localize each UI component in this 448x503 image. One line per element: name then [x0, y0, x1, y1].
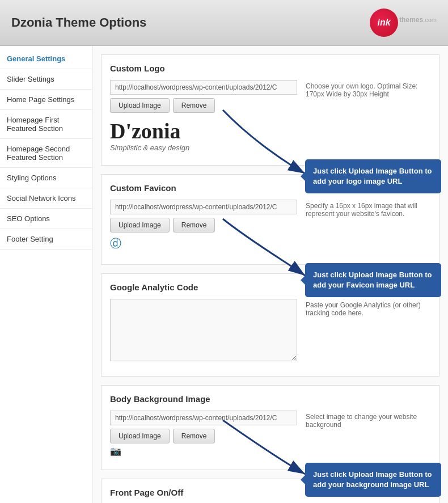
sidebar-item-homepage-first-featured[interactable]: Homepage First Featured Section [0, 110, 92, 139]
logo-main: themes [399, 16, 423, 24]
logo-text: themes.com [399, 15, 437, 31]
logo-callout: Just click Upload Image Button to add yo… [305, 159, 441, 193]
body-background-url-input[interactable] [110, 411, 297, 425]
body-background-remove-button[interactable]: Remove [173, 429, 215, 443]
custom-favicon-row: Upload Image Remove ⓓ Specify a 16px x 1… [110, 200, 430, 251]
background-callout: Just click Upload Image Button to add yo… [305, 463, 441, 497]
body-background-section: Body Background Image Upload Image Remov… [101, 385, 439, 470]
custom-favicon-input-area: Upload Image Remove ⓓ [110, 200, 297, 251]
custom-logo-remove-button[interactable]: Remove [173, 98, 215, 113]
body-background-upload-button[interactable]: Upload Image [110, 429, 170, 443]
page-title: Dzonia Theme Options [11, 15, 146, 30]
google-analytic-hint: Paste your Google Analytics (or other) t… [306, 299, 430, 317]
custom-logo-hint: Choose your own logo. Optimal Size: 170p… [306, 80, 430, 98]
logo-suffix: .com [423, 16, 437, 23]
custom-logo-input-area: Upload Image Remove D'zonia Simplistic &… [110, 80, 297, 152]
custom-logo-upload-button[interactable]: Upload Image [110, 98, 170, 113]
logo-circle: ink [370, 9, 398, 37]
main-layout: General Settings Slider Settings Home Pa… [0, 46, 448, 503]
sidebar-item-styling-options[interactable]: Styling Options [0, 168, 92, 188]
sidebar: General Settings Slider Settings Home Pa… [0, 46, 92, 503]
logo-circle-text: ink [378, 18, 391, 28]
sidebar-item-general-settings[interactable]: General Settings [0, 49, 92, 69]
body-background-hint: Select image to change your website back… [306, 411, 430, 429]
sidebar-item-footer-setting[interactable]: Footer Setting [0, 229, 92, 250]
custom-logo-title: Custom Logo [110, 64, 430, 73]
image-icon: 📷 [110, 446, 297, 456]
content-wrapper: Custom Logo Upload Image Remove D'zonia … [92, 54, 448, 503]
favicon-callout: Just click Upload Image Button to add yo… [305, 263, 441, 297]
custom-favicon-remove-button[interactable]: Remove [173, 218, 215, 233]
custom-logo-url-input[interactable] [110, 80, 297, 95]
logo-preview-sub: Simplistic & easy design [110, 143, 297, 152]
custom-favicon-hint: Specify a 16px x 16px image that will re… [306, 200, 430, 218]
sidebar-item-social-network-icons[interactable]: Social Network Icons [0, 188, 92, 209]
wordpress-icon: ⓓ [110, 236, 297, 251]
google-analytic-row: Paste your Google Analytics (or other) t… [110, 299, 430, 363]
body-background-title: Body Background Image [110, 394, 430, 404]
body-background-row: Upload Image Remove 📷 Select image to ch… [110, 411, 430, 456]
body-background-input-area: Upload Image Remove 📷 [110, 411, 297, 456]
custom-favicon-btn-group: Upload Image Remove [110, 218, 297, 233]
sidebar-item-home-page-settings[interactable]: Home Page Settings [0, 90, 92, 110]
sidebar-item-homepage-second-featured[interactable]: Homepage Second Featured Section [0, 139, 92, 168]
custom-logo-row: Upload Image Remove D'zonia Simplistic &… [110, 80, 430, 152]
logo-preview: D'zonia Simplistic & easy design [110, 119, 297, 152]
body-background-btn-group: Upload Image Remove [110, 429, 297, 443]
google-analytic-textarea[interactable] [110, 299, 297, 361]
custom-favicon-upload-button[interactable]: Upload Image [110, 218, 170, 233]
logo-preview-text: D'zonia [110, 119, 297, 143]
google-analytic-input-area [110, 299, 297, 363]
logo-area: ink themes.com [370, 9, 437, 37]
sidebar-item-slider-settings[interactable]: Slider Settings [0, 69, 92, 90]
header: Dzonia Theme Options ink themes.com [0, 0, 448, 46]
custom-logo-btn-group: Upload Image Remove [110, 98, 297, 113]
sidebar-item-seo-options[interactable]: SEO Options [0, 209, 92, 229]
custom-logo-section: Custom Logo Upload Image Remove D'zonia … [101, 54, 439, 166]
custom-favicon-url-input[interactable] [110, 200, 297, 214]
content-area: Custom Logo Upload Image Remove D'zonia … [92, 46, 448, 503]
